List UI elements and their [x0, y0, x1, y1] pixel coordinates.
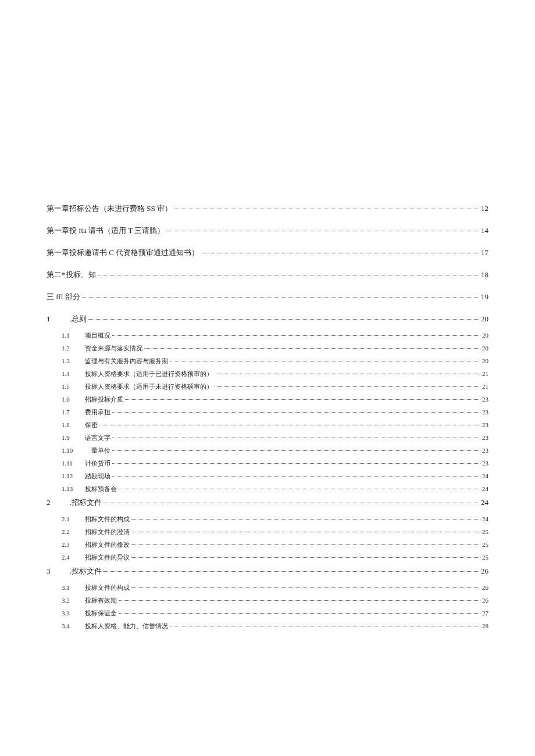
- toc-number: 1.9: [62, 434, 81, 441]
- toc-label: 2.招标文件: [47, 497, 102, 508]
- toc-label: 三 ffl 部分: [47, 292, 80, 302]
- toc-page-number: 24: [482, 485, 488, 492]
- toc-number: 2.3: [62, 541, 81, 548]
- toc-page-number: 25: [482, 541, 488, 548]
- toc-entry: 1.13投标预备会24: [47, 485, 488, 493]
- toc-text: 第一章投标邀请书 C 代资格预审通过通知书）: [47, 248, 199, 257]
- toc-leader-dots: [131, 519, 480, 519]
- toc-text: 计价货币: [85, 460, 110, 467]
- toc-text: 投标文件的构成: [85, 584, 130, 591]
- toc-entry: 1.8保密23: [47, 421, 488, 429]
- toc-text: 第一章投 fta 请书（适用 T 三请臇）: [47, 226, 165, 235]
- toc-leader-dots: [131, 544, 480, 545]
- toc-entry: 1.5投标人资格要求（适用于未进行资格硕审的）21: [47, 382, 488, 391]
- toc-leader-dots: [201, 253, 479, 253]
- toc-entry: 第一章投标邀请书 C 代资格预审通过通知书）17: [47, 248, 488, 258]
- toc-text: 投标人资格要求（适用于已进行资格预审的）: [85, 370, 213, 377]
- toc-entry: 第一章投 fta 请书（适用 T 三请臇）14: [47, 225, 488, 236]
- toc-text: .总则: [70, 314, 87, 323]
- toc-page-number: 28: [482, 622, 488, 629]
- toc-leader-dots: [112, 412, 480, 413]
- toc-entry: 2.2招标文件的澄清25: [47, 528, 488, 536]
- toc-entry: 1.1项目概况20: [47, 331, 488, 340]
- toc-leader-dots: [215, 374, 480, 374]
- toc-text: 招标文件的澄清: [85, 528, 130, 535]
- toc-leader-dots: [125, 399, 480, 400]
- toc-number: 1.4: [62, 370, 81, 377]
- toc-text: 招标文件的构成: [85, 515, 130, 522]
- toc-text: 踏勘现场: [85, 472, 110, 479]
- toc-leader-dots: [99, 425, 480, 425]
- toc-text: 第一章招标公告（未进行费格 SS 审）: [47, 204, 172, 213]
- toc-number: 1.1: [62, 332, 81, 339]
- toc-number: 1.6: [62, 396, 81, 403]
- toc-text: 三 ffl 部分: [47, 292, 80, 301]
- toc-page-number: 12: [481, 204, 488, 213]
- toc-text: 第二*投标。知: [47, 270, 96, 279]
- toc-text: 费用承担: [85, 409, 110, 415]
- toc-number: 1.8: [62, 421, 81, 428]
- toc-entry: 1.11计价货币23: [47, 459, 488, 468]
- toc-leader-dots: [131, 587, 480, 588]
- toc-entry: 3.2投标有效期26: [47, 596, 488, 605]
- toc-page-number: 23: [482, 447, 488, 454]
- toc-number: 1.3: [62, 357, 81, 364]
- toc-text: 投标保证金: [85, 610, 117, 617]
- toc-leader-dots: [119, 613, 480, 614]
- toc-leader-dots: [112, 463, 480, 464]
- toc-text: 招标文件的修改: [85, 541, 130, 548]
- toc-label: 1.3监理与有关服务内容与服务期: [62, 357, 168, 366]
- toc-leader-dots: [131, 532, 480, 532]
- toc-text: 资金来源与落实情况: [85, 345, 142, 352]
- toc-entry: 3.4投标人资格、能力、信誉情况28: [47, 622, 488, 630]
- toc-number: 3.4: [62, 622, 81, 629]
- toc-page-number: 27: [482, 610, 488, 617]
- toc-page-number: 20: [482, 345, 488, 352]
- toc-label: 第一章投标邀请书 C 代资格预审通过通知书）: [47, 248, 199, 258]
- toc-text: 招标投标介质: [85, 396, 123, 403]
- toc-leader-dots: [119, 600, 480, 601]
- toc-entry: 2.4招标文件的异议25: [47, 553, 488, 562]
- toc-entry: 1.2资金来源与落实情况20: [47, 344, 488, 353]
- toc-leader-dots: [170, 626, 480, 626]
- toc-label: 1.5投标人资格要求（适用于未进行资格硕审的）: [62, 382, 213, 391]
- toc-page-number: 20: [482, 332, 488, 339]
- toc-label: 1.2资金来源与落实情况: [62, 344, 142, 353]
- toc-entry: 3.1投标文件的构成26: [47, 583, 488, 592]
- toc-leader-dots: [112, 450, 480, 451]
- toc-leader-dots: [104, 503, 479, 503]
- toc-page-number: 23: [482, 460, 488, 467]
- toc-leader-dots: [88, 319, 479, 320]
- toc-entry: 1.6招标投标介质23: [47, 395, 488, 404]
- toc-leader-dots: [144, 348, 480, 349]
- toc-page-number: 23: [482, 409, 488, 415]
- toc-page-number: 23: [482, 434, 488, 441]
- toc-number: 2: [47, 498, 66, 507]
- toc-page-number: 26: [482, 584, 488, 591]
- toc-number: 1.7: [62, 409, 81, 415]
- toc-leader-dots: [112, 438, 480, 438]
- toc-page-number: 17: [481, 248, 488, 257]
- toc-label: 2.3招标文件的修改: [62, 540, 130, 549]
- toc-label: 3.4投标人资格、能力、信誉情况: [62, 622, 168, 630]
- toc-text: 保密: [85, 421, 98, 428]
- toc-label: 1.4投标人资格要求（适用于已进行资格预审的）: [62, 370, 213, 378]
- toc-leader-dots: [174, 209, 479, 209]
- toc-number: 1.13: [62, 485, 81, 492]
- toc-number: 3.1: [62, 584, 81, 591]
- toc-page-number: 21: [482, 383, 488, 390]
- toc-label: 3.3投标保证金: [62, 609, 117, 618]
- toc-label: 2.2招标文件的澄清: [62, 528, 130, 536]
- toc-page-number: 14: [481, 226, 488, 235]
- toc-entry: 2.1招标文件的构成24: [47, 515, 488, 524]
- toc-label: 1.6招标投标介质: [62, 395, 123, 404]
- toc-page-number: 18: [481, 270, 488, 280]
- toc-label: 1.7费用承担: [62, 408, 110, 417]
- toc-text: 投标人资格、能力、信誉情况: [85, 622, 168, 629]
- toc-entry: 2.3招标文件的修改25: [47, 540, 488, 549]
- toc-page-number: 19: [481, 292, 488, 302]
- toc-page-number: 20: [482, 357, 488, 364]
- toc-leader-dots: [119, 489, 480, 489]
- toc-label: 3.投标文件: [47, 566, 102, 576]
- toc-text: .投标文件: [70, 567, 102, 575]
